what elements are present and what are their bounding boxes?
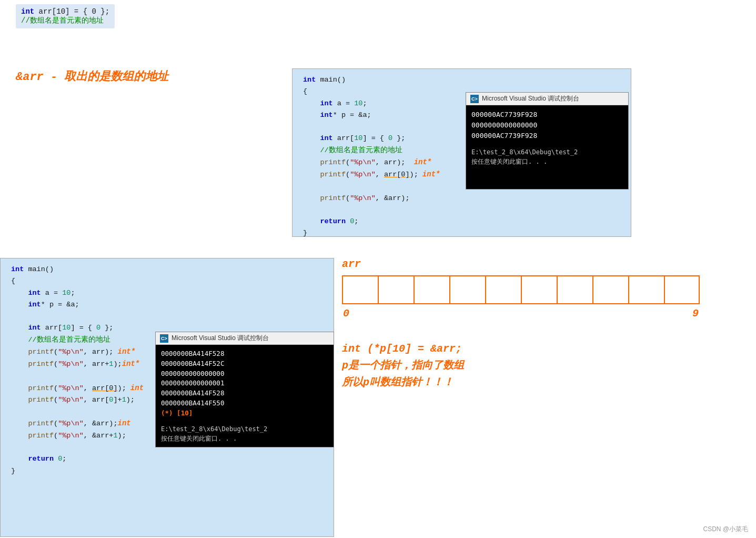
code-line (303, 204, 620, 216)
code-line: { (11, 275, 323, 287)
console-line: 0000000000000001 (161, 378, 328, 388)
console-line: 0000000000000000 (161, 369, 328, 379)
code-line: } (11, 465, 323, 477)
code-line: int* p = &a; (11, 299, 323, 311)
console-footer-line2: 按任意键关闭此窗口. . . (161, 434, 328, 443)
console-top-body: 000000AC7739F928 0000000000000000 000000… (466, 105, 628, 145)
bottom-right-text: int (*p[10] = &arr; p是一个指针，指向了数组 所以p叫数组指… (342, 341, 747, 391)
console-line: 0000000BA414F528 (161, 388, 328, 398)
console-footer-line2: 按任意键关闭此窗口. . . (471, 157, 623, 166)
top-left-code-line1: int arr[10] = { 0 }; (21, 7, 109, 16)
console-bottom-body: 0000000BA414F528 0000000BA414F52C 000000… (156, 345, 334, 422)
array-cell-6 (557, 275, 592, 304)
console-bottom-window: C> Microsoft Visual Studio 调试控制台 0000000… (155, 332, 334, 447)
code-line: return 0; (11, 453, 323, 465)
br-line1: int (*p[10] = &arr; (342, 341, 747, 357)
array-cell-8 (628, 275, 664, 304)
array-indices: 0 9 (342, 307, 700, 320)
array-cell-4 (485, 275, 521, 304)
array-cell-9 (664, 275, 700, 304)
console-top-titlebar: C> Microsoft Visual Studio 调试控制台 (466, 93, 628, 105)
array-cell-2 (414, 275, 449, 304)
array-cell-0 (342, 275, 378, 304)
code-line: int a = 10; (11, 287, 323, 299)
array-index-start: 0 (343, 307, 349, 320)
top-section-label: &arr - 取出的是数组的地址 (16, 68, 168, 84)
code-line: int main() (11, 264, 323, 275)
console-line: 0000000BA414F52C (161, 359, 328, 369)
array-cell-3 (449, 275, 485, 304)
console-top-title: Microsoft Visual Studio 调试控制台 (482, 94, 579, 103)
code-line (11, 311, 323, 322)
arr-label: arr (342, 258, 747, 270)
code-line: return 0; (303, 216, 620, 227)
watermark: CSDN @小菜毛 (703, 525, 748, 534)
console-bottom-title: Microsoft Visual Studio 调试控制台 (172, 334, 269, 343)
code-line: int main() (303, 74, 620, 86)
array-cell-1 (378, 275, 414, 304)
br-line2: p是一个指针，指向了数组 (342, 357, 747, 374)
console-bottom-icon: C> (160, 334, 168, 343)
array-visualization (342, 275, 747, 304)
code-line: } (303, 227, 620, 237)
console-line: 0000000000000000 (471, 120, 623, 131)
console-bottom-titlebar: C> Microsoft Visual Studio 调试控制台 (156, 332, 334, 345)
console-line: 000000AC7739F928 (471, 131, 623, 141)
top-left-code-box: int arr[10] = { 0 }; //数组名是首元素的地址 (16, 4, 115, 28)
array-cell-5 (521, 275, 557, 304)
console-footer-line1: E:\test_2_8\x64\Debug\test_2 (161, 424, 328, 434)
code-line: printf("%p\n", &arr); (303, 193, 620, 204)
console-bottom-footer: E:\test_2_8\x64\Debug\test_2 按任意键关闭此窗口. … (156, 422, 334, 445)
console-line: 0000000BA414F528 (161, 349, 328, 359)
console-top-window: C> Microsoft Visual Studio 调试控制台 000000A… (466, 92, 629, 190)
br-line3: 所以p叫数组指针！！！ (342, 374, 747, 391)
console-icon: C> (470, 95, 479, 103)
top-left-code-line2: //数组名是首元素的地址 (21, 16, 109, 25)
bottom-right-section: arr 0 9 int (*p[10] = &arr; p是一个指针，指向了数组… (342, 258, 747, 391)
console-line: 0000000BA414F550 (161, 398, 328, 409)
array-index-end: 9 (692, 307, 699, 320)
console-line: 000000AC7739F928 (471, 109, 623, 120)
array-cell-7 (592, 275, 628, 304)
console-top-footer: E:\test_2_8\x64\Debug\test_2 按任意键关闭此窗口. … (466, 145, 628, 168)
console-highlight-line: (*) [10] (161, 409, 328, 419)
console-footer-line1: E:\test_2_8\x64\Debug\test_2 (471, 147, 623, 157)
